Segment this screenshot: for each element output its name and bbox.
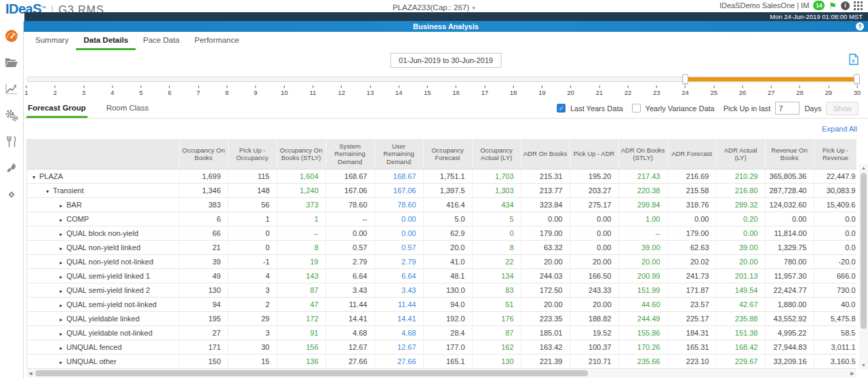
row-label[interactable]: ▸QUAL non-yield not-linked [27, 255, 179, 269]
help-icon[interactable]: ? [856, 22, 864, 31]
vertical-scrollbar[interactable]: ▲ ▼ [859, 164, 868, 370]
scroll-down-icon[interactable]: ▼ [859, 361, 868, 370]
row-label[interactable]: ▸QUAL semi-yield linked 1 [27, 269, 179, 283]
expand-caret-icon[interactable]: ▸ [60, 359, 62, 365]
horizontal-scroll-thumb[interactable] [35, 370, 588, 376]
cell[interactable]: 0.00 [374, 226, 423, 241]
column-header: System Remaining Demand [326, 139, 374, 169]
folder-icon[interactable] [4, 56, 19, 69]
expand-caret-icon[interactable]: ▸ [60, 245, 62, 252]
collapse-caret-icon[interactable]: ▾ [33, 174, 35, 180]
horizontal-scrollbar[interactable]: ◀ ▶ [26, 369, 856, 378]
excel-export-icon[interactable]: x [849, 54, 859, 68]
expand-caret-icon[interactable]: ▸ [60, 331, 62, 337]
yearly-variance-checkbox[interactable] [632, 104, 641, 113]
cell[interactable]: 78.60 [374, 198, 423, 212]
pickup-days-input[interactable] [775, 102, 800, 115]
expand-caret-icon[interactable]: ▸ [60, 217, 62, 223]
dining-icon[interactable] [4, 135, 19, 148]
tab-data-details[interactable]: Data Details [76, 32, 136, 50]
row-label[interactable]: ▸QUAL block non-yield [27, 226, 179, 241]
vertical-scroll-thumb[interactable] [861, 173, 867, 329]
cell[interactable]: 168.67 [374, 169, 423, 184]
expand-caret-icon[interactable]: ▸ [60, 203, 62, 209]
expand-caret-icon[interactable]: ▸ [60, 231, 62, 237]
subtab-forecast-group[interactable]: Forecast Group [26, 98, 87, 118]
cell: 27.66 [326, 355, 374, 369]
scroll-up-icon[interactable]: ▲ [859, 164, 868, 172]
cell: 195.20 [570, 169, 618, 184]
collapse-caret-icon[interactable]: ▾ [46, 188, 49, 195]
row-label[interactable]: ▸QUAL semi-yield linked 2 [27, 283, 179, 298]
row-label[interactable]: ▸QUAL yieldable linked [27, 312, 179, 326]
table-row: ▸QUAL semi-yield linked 21303873.433.431… [27, 283, 856, 298]
cell: 216.80 [716, 184, 765, 198]
last-years-data-checkbox[interactable]: ✓ [557, 104, 566, 113]
cell: 217.43 [618, 169, 667, 184]
expand-row: Expand All [24, 119, 868, 139]
row-label[interactable]: ▾Transient [27, 184, 179, 198]
subtab-room-class[interactable]: Room Class [105, 98, 151, 118]
cell[interactable]: 4.68 [374, 326, 423, 340]
expand-caret-icon[interactable]: ▸ [60, 260, 62, 266]
cell: 0.00 [570, 241, 618, 255]
expand-caret-icon[interactable]: ▸ [60, 302, 62, 308]
slider-tick: 30 [854, 85, 861, 96]
slider-tick: 3 [82, 85, 85, 96]
dashboard-icon[interactable] [4, 29, 19, 43]
tab-summary[interactable]: Summary [28, 32, 76, 50]
cell[interactable]: 12.67 [374, 340, 423, 355]
cell: 1,240 [277, 184, 326, 198]
cell: 1,303 [472, 184, 521, 198]
cell[interactable]: 167.06 [374, 184, 423, 198]
cell[interactable]: 27.66 [374, 355, 423, 369]
row-label-text: QUAL non-yield linked [66, 243, 140, 252]
wrench-icon[interactable] [4, 161, 19, 175]
slider-tick: 17 [481, 85, 489, 96]
cell: 434 [472, 198, 521, 212]
cell[interactable]: 0.00 [374, 212, 423, 226]
cell[interactable]: 0.57 [374, 241, 423, 255]
cell[interactable]: 2.79 [374, 255, 423, 269]
slider-handle-end[interactable] [854, 74, 860, 84]
row-label[interactable]: ▸UNQUAL other [27, 355, 179, 369]
expand-caret-icon[interactable]: ▸ [60, 317, 62, 323]
expand-caret-icon[interactable]: ▸ [60, 288, 62, 294]
cell: 3.43 [326, 283, 374, 298]
chart-icon[interactable] [4, 82, 19, 96]
row-label[interactable]: ▸QUAL yieldable not-linked [27, 326, 179, 340]
cell[interactable]: 6.64 [374, 269, 423, 283]
date-range-input[interactable]: 01-Jun-2019 to 30-Jun-2019 [390, 53, 502, 68]
expand-caret-icon[interactable]: ▸ [60, 274, 62, 280]
show-button[interactable]: Show [826, 102, 859, 115]
chat-badge-icon[interactable]: 14 [813, 1, 825, 10]
row-label[interactable]: ▾PLAZA [27, 169, 179, 184]
slider-track[interactable] [26, 77, 857, 82]
tab-pace-data[interactable]: Pace Data [136, 32, 187, 50]
slider-handle-start[interactable] [682, 74, 688, 84]
row-label[interactable]: ▸QUAL semi-yield not-linked [27, 298, 179, 312]
row-label[interactable]: ▸UNQUAL fenced [27, 340, 179, 355]
scroll-left-icon[interactable]: ◀ [26, 369, 35, 378]
row-label[interactable]: ▸COMP [27, 212, 179, 226]
cell: 20.00 [570, 298, 618, 312]
cell: 12.67 [326, 340, 374, 355]
scroll-right-icon[interactable]: ▶ [848, 369, 856, 378]
marker-icon[interactable] [4, 188, 19, 201]
expand-all-link[interactable]: Expand All [822, 125, 857, 133]
cell: 5.0 [423, 212, 472, 226]
tab-performance[interactable]: Performance [187, 32, 247, 50]
expand-caret-icon[interactable]: ▸ [60, 345, 62, 351]
apps-grid-icon[interactable] [854, 1, 863, 10]
cell[interactable]: 3.43 [374, 283, 423, 298]
row-label[interactable]: ▸BAR [27, 198, 179, 212]
cell: 1.00 [618, 212, 667, 226]
cell[interactable]: 14.41 [374, 312, 423, 326]
gears-icon[interactable] [4, 108, 19, 122]
info-icon[interactable]: i [841, 1, 850, 10]
flag-icon[interactable]: ⚑ [829, 1, 837, 10]
nav-tabs: SummaryData DetailsPace DataPerformance [24, 32, 868, 50]
cell[interactable]: 11.44 [374, 298, 423, 312]
cell: 66 [179, 226, 228, 241]
row-label[interactable]: ▸QUAL non-yield linked [27, 241, 179, 255]
